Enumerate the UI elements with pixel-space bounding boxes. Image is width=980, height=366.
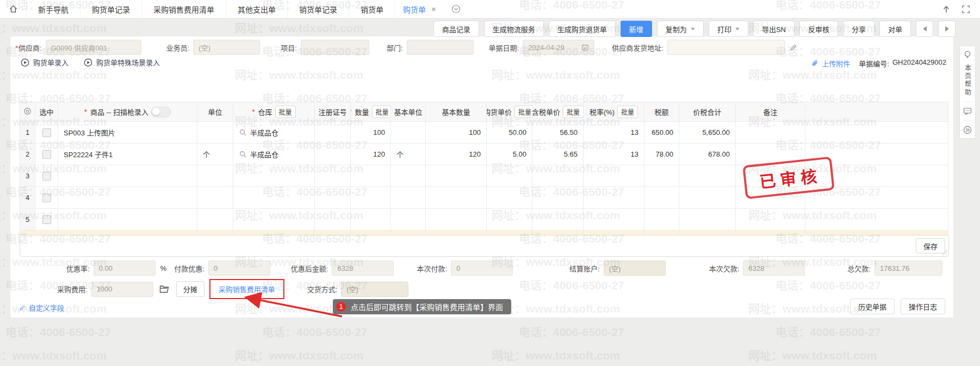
price-cell[interactable] [487,187,532,209]
row-select-checkbox[interactable] [42,172,51,181]
tax-price-cell[interactable] [532,187,584,209]
reg-no-cell[interactable] [315,209,351,231]
supplier-input[interactable]: G0090 供应商001 [46,40,141,55]
total-debt-input[interactable]: 17631.76 [874,260,942,276]
base-qty-cell[interactable]: 120 [426,144,487,165]
qty-cell[interactable]: 120 [351,144,391,165]
base-unit-cell[interactable] [391,187,426,209]
base-unit-cell[interactable] [391,165,426,187]
allocate-button[interactable]: 分摊 [176,281,204,297]
price-batch-button[interactable]: 批量 [514,106,532,118]
fee-folder-button[interactable] [159,285,169,293]
remark-cell[interactable] [736,122,805,144]
price-cell[interactable]: 5.00 [487,144,532,165]
video-link-special-scene[interactable]: 购货单特殊场景录入 [84,57,160,67]
nav-item-sales-records[interactable]: 销货单记录 [287,0,349,18]
grid-settings-icon[interactable] [23,107,32,115]
qty-cell[interactable] [351,209,391,231]
tax-rate-cell[interactable] [584,209,644,231]
tax-price-cell[interactable]: 56.50 [532,122,584,144]
tax-price-cell[interactable]: 5.65 [532,144,584,165]
tax-rate-cell[interactable]: 13 [584,122,644,144]
tax-rate-cell[interactable] [584,165,644,187]
warehouse-cell[interactable]: 半成品仓 [233,122,315,144]
warehouse-cell[interactable]: 半成品仓 [233,144,315,165]
unaudit-button[interactable]: 反审核 [799,21,838,37]
scroll-top-button[interactable] [942,5,951,14]
row-select-checkbox[interactable] [42,194,51,202]
total-cell[interactable]: 678.00 [679,144,736,165]
tax-price-cell[interactable] [532,165,584,187]
price-cell[interactable] [487,165,532,187]
base-unit-cell[interactable]: 个 [391,144,426,165]
base-qty-cell[interactable] [426,165,487,187]
product-cell[interactable] [58,165,197,187]
row-select-checkbox[interactable] [42,150,51,159]
base-qty-cell[interactable]: 100 [426,122,487,144]
price-cell[interactable]: 50.00 [487,122,532,144]
base-unit-cell[interactable] [391,122,426,144]
generate-logistics-button[interactable]: 生成物流服务 [484,21,544,37]
warehouse-cell[interactable] [233,165,315,187]
ship-address-input[interactable] [667,40,785,55]
operation-log-button[interactable]: 操作日志 [901,299,945,314]
print-button[interactable]: 打印 [709,21,748,37]
product-cell[interactable] [58,209,197,231]
fullscreen-button[interactable] [962,5,970,14]
remark-cell[interactable] [736,209,805,231]
qty-cell[interactable]: 100 [351,122,391,144]
scanner-entry-toggle[interactable] [151,107,171,117]
department-input[interactable] [407,40,474,55]
total-cell[interactable] [679,165,736,187]
video-link-entry[interactable]: 购货单录入 [21,57,69,67]
reg-no-cell[interactable] [315,187,351,209]
tab-list-dropdown-button[interactable] [451,4,461,14]
row-select-checkbox[interactable] [42,215,51,224]
help-tip-button[interactable] [963,50,972,59]
next-record-button[interactable] [938,21,956,37]
delivery-method-input[interactable]: (空) [341,282,408,297]
tax-amount-cell[interactable] [644,209,679,231]
total-cell[interactable] [679,209,736,231]
qty-batch-button[interactable]: 批量 [372,106,391,118]
unit-cell[interactable] [197,209,233,231]
tax-amount-cell[interactable]: 78.00 [644,144,679,165]
discount-rate-input[interactable]: 0.00 [94,260,156,276]
unit-cell[interactable] [197,165,233,187]
collapse-sidebar-button[interactable] [963,126,972,134]
reg-no-cell[interactable] [315,144,351,165]
after-discount-input[interactable]: 6328 [332,260,394,276]
product-cell[interactable]: SP003 上传图片 [58,122,197,144]
search-icon[interactable] [239,151,246,158]
nav-item-sales-order[interactable]: 销货单 [349,0,395,18]
settle-account-input[interactable]: (空) [604,260,666,276]
nav-item-other-expense[interactable]: 其他支出单 [226,0,287,18]
copy-as-button[interactable]: 复制为 [657,21,704,37]
tax-amount-cell[interactable]: 650.00 [644,122,679,144]
base-qty-cell[interactable] [426,187,487,209]
save-button[interactable]: 保存 [916,238,945,253]
purchase-fee-input[interactable]: 1000 [91,282,153,297]
tab-close-icon[interactable]: × [431,5,436,13]
share-button[interactable]: 分享 [843,21,874,37]
calendar-icon[interactable] [581,44,589,51]
product-cell[interactable] [58,187,197,209]
tax-rate-cell[interactable] [584,187,644,209]
unit-cell[interactable] [197,122,233,144]
row-select-checkbox[interactable] [42,128,51,137]
search-icon[interactable] [239,129,246,136]
add-new-button[interactable]: 新增 [621,21,652,37]
nav-item-fee-list[interactable]: 采购销售费用清单 [141,0,226,18]
total-cell[interactable] [679,187,736,209]
warehouse-cell[interactable] [233,187,315,209]
base-unit-cell[interactable] [391,209,426,231]
doc-date-input[interactable]: 2024-04-29 [523,40,594,55]
reg-no-cell[interactable] [315,122,351,144]
home-button[interactable] [0,0,26,18]
warehouse-cell[interactable] [233,209,315,231]
warehouse-batch-button[interactable]: 批量 [275,106,296,118]
check-bill-button[interactable]: 对单 [879,21,911,37]
previous-record-button[interactable] [916,21,933,37]
product-cell[interactable]: SP22224 子件1 [58,144,197,165]
custom-fields-link[interactable]: 自定义字段 [19,302,64,313]
